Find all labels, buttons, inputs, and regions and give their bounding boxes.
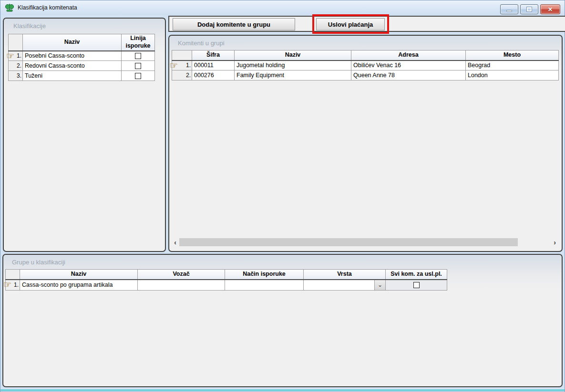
column-header-naziv[interactable]: Naziv [235,50,351,60]
naziv-cell[interactable]: Redovni Cassa-sconto [23,61,122,71]
row-selector[interactable]: ☞ 1. [6,280,20,291]
naziv-cell[interactable]: Family Equipment [235,70,351,80]
row-number: 1. [17,52,21,59]
table-row[interactable]: ☞ 1. Cassa-sconto po grupama artikala ⌄ [6,280,447,291]
row-selector[interactable]: 2. [9,61,23,71]
table-row[interactable]: ☞ 1. 000011 Jugometal holding Obilićev V… [172,60,559,70]
komitenti-table: Šifra Naziv Adresa Mesto ☞ 1. 000011 Jug… [172,50,559,80]
row-number: 2. [17,62,21,69]
scrollbar-track[interactable] [518,238,551,246]
column-header-svi-kom[interactable]: Svi kom. za usl.pl. [386,270,447,280]
payment-terms-button[interactable]: Uslovi plaćanja [316,18,385,30]
window-title: Klasifikacija komitenata [18,4,77,11]
app-icon [5,3,14,12]
window-controls: ✕ [500,4,560,14]
table-row[interactable]: 2. Redovni Cassa-sconto [9,61,155,71]
row-number: 3. [17,72,21,79]
row-number: 2. [186,72,191,79]
vrsta-cell: ⌄ [304,280,386,291]
naziv-cell[interactable]: Tuženi [23,71,122,81]
add-to-group-button[interactable]: Dodaj komitente u grupu [173,18,295,30]
klasifikacije-panel-label: Klasifikacije [13,22,46,30]
app-window: Klasifikacija komitenata ✕ Dodaj komiten… [0,0,565,392]
column-header-naziv[interactable]: Naziv [23,34,122,51]
svi-kom-checkbox[interactable] [413,282,420,288]
horizontal-scrollbar[interactable]: ‹ › [171,238,559,246]
linija-isporuke-cell [122,71,155,81]
column-header-mesto[interactable]: Mesto [466,50,559,60]
naziv-cell[interactable]: Cassa-sconto po grupama artikala [20,280,138,291]
mesto-cell[interactable]: Beograd [466,60,559,70]
row-number: 1. [186,62,191,69]
row-selector[interactable]: 3. [9,71,23,81]
row-selector[interactable]: 2. [172,70,192,80]
header-row: Naziv Vozač Način isporuke Vrsta Svi kom… [6,270,447,280]
table-row[interactable]: 3. Tuženi [9,71,155,81]
grupe-panel-label: Grupe u klasifikaciji [12,259,65,266]
row-selector-header [9,34,23,51]
linija-isporuke-checkbox[interactable] [135,63,141,69]
scroll-right-button[interactable]: › [551,238,559,246]
linija-isporuke-cell [122,61,155,71]
column-header-vrsta[interactable]: Vrsta [304,270,386,280]
scroll-right-icon: › [554,239,556,246]
column-header-sifra[interactable]: Šifra [192,50,235,60]
mesto-cell[interactable]: London [466,70,559,80]
header-row: Šifra Naziv Adresa Mesto [172,50,559,60]
sifra-cell[interactable]: 000276 [192,70,235,80]
klasifikacije-table: Naziv Linija isporuke ☞ 1. Posebni Cassa… [8,34,155,81]
row-selector[interactable]: ☞ 1. [9,51,23,61]
combobox-dropdown-button[interactable]: ⌄ [374,280,385,291]
close-button[interactable]: ✕ [540,4,560,14]
header-row: Naziv Linija isporuke [9,34,155,51]
maximize-icon [527,7,532,11]
sifra-cell[interactable]: 000011 [192,60,235,70]
komitenti-panel-label: Komitenti u grupi [178,40,225,47]
vozac-cell[interactable] [138,280,225,291]
minimize-icon [506,10,512,12]
row-selector-header [6,270,20,280]
column-header-linija-isporuke[interactable]: Linija isporuke [122,34,155,51]
scrollbar-thumb[interactable] [179,238,518,246]
linija-isporuke-cell [122,51,155,61]
row-number: 1. [14,281,19,288]
naziv-cell[interactable]: Posebni Cassa-sconto [23,51,122,61]
svi-kom-cell [386,280,447,291]
maximize-button[interactable] [520,4,538,14]
column-header-naziv[interactable]: Naziv [20,270,138,280]
chevron-down-icon: ⌄ [378,281,382,288]
column-header-adresa[interactable]: Adresa [351,50,466,60]
column-header-nacin-isporuke[interactable]: Način isporuke [225,270,304,280]
linija-isporuke-checkbox[interactable] [135,53,141,59]
close-icon: ✕ [548,7,553,12]
naziv-cell[interactable]: Jugometal holding [235,60,351,70]
nacin-isporuke-cell[interactable] [225,280,304,291]
titlebar: Klasifikacija komitenata ✕ [0,0,565,15]
scroll-left-icon: ‹ [174,239,176,246]
linija-isporuke-checkbox[interactable] [135,73,141,79]
scroll-left-button[interactable]: ‹ [171,238,179,246]
table-row[interactable]: 2. 000276 Family Equipment Queen Anne 78… [172,70,559,80]
minimize-button[interactable] [500,4,518,14]
grupe-table: Naziv Vozač Način isporuke Vrsta Svi kom… [5,269,447,291]
column-header-vozac[interactable]: Vozač [138,270,225,280]
row-selector-header [172,50,192,60]
adresa-cell[interactable]: Obilićev Venac 16 [351,60,466,70]
window-bottom-accent [0,390,565,391]
table-row[interactable]: ☞ 1. Posebni Cassa-sconto [9,51,155,61]
combobox-value[interactable] [304,280,374,291]
row-selector[interactable]: ☞ 1. [172,60,192,70]
adresa-cell[interactable]: Queen Anne 78 [351,70,466,80]
vrsta-combobox[interactable]: ⌄ [304,280,385,291]
